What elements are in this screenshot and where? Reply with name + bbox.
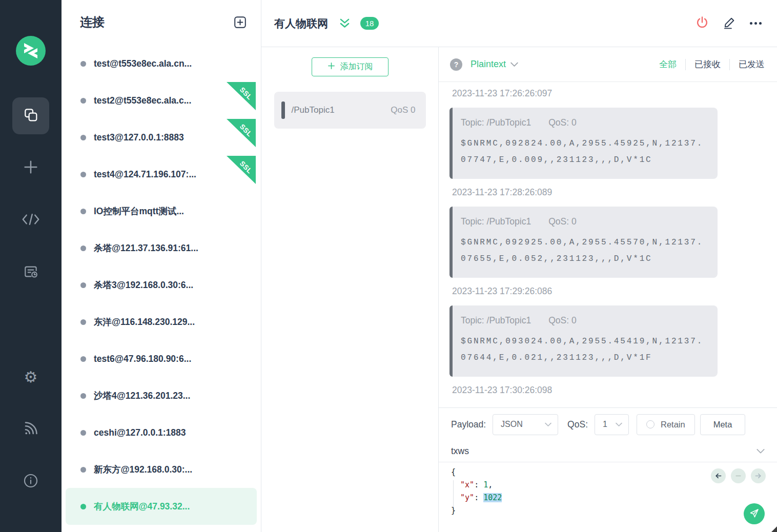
sidebar-connections-button[interactable] <box>12 97 49 134</box>
sidebar-script-button[interactable] <box>12 202 49 239</box>
connections-list[interactable]: test@t553e8ec.ala.cn... test2@t553e8ec.a… <box>62 45 261 532</box>
message-card[interactable]: Topic: /PubTopic1 QoS: 0 $GNRMC,092824.0… <box>449 108 718 179</box>
payload-format-select[interactable]: Plaintext <box>471 59 506 70</box>
message-count-badge: 18 <box>360 17 379 30</box>
sidebar-about-button[interactable] <box>12 463 49 500</box>
message-topic: Topic: /PubTopic1 <box>461 216 531 227</box>
filter-all-tab[interactable]: 全部 <box>650 58 685 70</box>
sidebar-new-connection-button[interactable] <box>12 150 49 187</box>
main-panel: 有人物联网 18 <box>261 0 777 532</box>
ssl-badge-label: SSL <box>238 122 254 138</box>
connection-label: test@t553e8ec.ala.cn... <box>94 58 192 69</box>
connection-item[interactable]: IO控制平台mqtt测试... <box>62 193 261 230</box>
qos-label: QoS: <box>567 419 588 430</box>
publish-topic-value: txws <box>451 446 469 457</box>
filter-received-tab[interactable]: 已接收 <box>686 58 729 70</box>
connection-status-dot <box>80 393 86 399</box>
connections-panel-title: 连接 <box>80 14 105 30</box>
connection-status-dot <box>80 282 86 288</box>
plus-icon <box>327 62 336 72</box>
connection-item[interactable]: test2@t553e8ec.ala.c... SSL <box>62 82 261 119</box>
subscription-item[interactable]: /PubTopic1 QoS 0 <box>274 92 426 129</box>
code-line: "y": 1022 <box>451 492 777 504</box>
mqttx-logo-icon <box>16 36 46 66</box>
connection-status-dot <box>80 209 86 214</box>
payload-type-value: JSON <box>501 420 523 429</box>
ssl-badge: SSL <box>227 156 256 184</box>
history-back-button[interactable] <box>711 468 726 483</box>
message-group: 2023-11-23 17:28:26:089 Topic: /PubTopic… <box>449 187 777 278</box>
connection-item[interactable]: ceshi@127.0.0.1:1883 <box>62 414 261 451</box>
connection-item[interactable]: test6@47.96.180.90:6... <box>62 340 261 377</box>
subscription-qos: QoS 0 <box>391 105 415 115</box>
connection-label: 杀塔3@192.168.0.30:6... <box>94 279 193 291</box>
add-square-icon <box>233 24 248 31</box>
connection-label: test6@47.96.180.90:6... <box>94 354 191 364</box>
connection-item[interactable]: 东洋@116.148.230.129... <box>62 303 261 340</box>
filter-published-tab[interactable]: 已发送 <box>730 58 765 70</box>
connection-item[interactable]: test3@127.0.0.1:8883 SSL <box>62 119 261 156</box>
connection-status-dot <box>80 430 86 436</box>
chevron-down-icon[interactable] <box>510 62 518 67</box>
edit-connection-button[interactable] <box>723 16 737 31</box>
connection-header: 有人物联网 18 <box>261 0 777 47</box>
collapse-panel-icon[interactable] <box>338 17 352 30</box>
send-button[interactable] <box>744 503 765 524</box>
messages-list[interactable]: 2023-11-23 17:26:26:097 Topic: /PubTopic… <box>439 82 777 407</box>
message-card[interactable]: Topic: /PubTopic1 QoS: 0 $GNRMC,093024.0… <box>449 305 718 377</box>
connection-item[interactable]: test4@124.71.196.107:... SSL <box>62 156 261 193</box>
history-clear-button[interactable] <box>731 468 746 483</box>
plus-icon <box>22 158 39 178</box>
connection-item[interactable]: 新东方@192.168.0.30:... <box>62 451 261 488</box>
help-icon[interactable]: ? <box>450 58 462 71</box>
mqttx-app: ⚙ <box>0 0 777 532</box>
connection-label: 东洋@116.148.230.129... <box>94 316 195 328</box>
retain-toggle[interactable]: Retain <box>637 414 695 435</box>
subscription-color-bar <box>281 101 285 119</box>
ellipsis-icon <box>750 22 762 25</box>
sidebar-log-button[interactable] <box>12 254 49 291</box>
message-qos: QoS: 0 <box>548 315 576 326</box>
connection-label: IO控制平台mqtt测试... <box>94 205 184 217</box>
paper-plane-icon <box>749 508 760 520</box>
indent-guide <box>453 480 454 507</box>
sidebar-feed-button[interactable] <box>12 411 49 448</box>
connection-item[interactable]: 杀塔3@192.168.0.30:6... <box>62 267 261 303</box>
publish-panel: Payload: JSON QoS: 1 <box>439 407 777 532</box>
subscriptions-column: 添加订阅 /PubTopic1 QoS 0 <box>261 47 439 532</box>
pencil-icon <box>723 16 737 31</box>
connection-status-dot <box>80 135 86 140</box>
qos-value: 1 <box>603 420 607 429</box>
messages-column: ? Plaintext 全部 已接收 已发送 2023-11-23 17:26:… <box>439 47 777 532</box>
message-card[interactable]: Topic: /PubTopic1 QoS: 0 $GNRMC,092925.0… <box>449 207 718 278</box>
message-payload: $GNRMC,093024.00,A,2955.45419,N,12137.07… <box>461 334 706 366</box>
meta-button[interactable]: Meta <box>700 414 746 435</box>
messages-toolbar: ? Plaintext 全部 已接收 已发送 <box>439 47 777 82</box>
connection-item[interactable]: test@t553e8ec.ala.cn... <box>62 45 261 82</box>
message-timestamp: 2023-11-23 17:28:26:089 <box>452 187 777 198</box>
connection-status-dot <box>80 61 86 67</box>
connection-label: 新东方@192.168.0.30:... <box>94 463 192 476</box>
ssl-badge: SSL <box>227 82 256 110</box>
connection-label: test4@124.71.196.107:... <box>94 169 196 180</box>
connection-item[interactable]: 沙塔4@121.36.201.23... <box>62 377 261 414</box>
qos-select[interactable]: 1 <box>595 414 629 435</box>
new-connection-button[interactable] <box>233 15 248 31</box>
disconnect-button[interactable] <box>695 15 709 31</box>
connection-label: ceshi@127.0.0.1:1883 <box>94 427 186 438</box>
connection-item[interactable]: 有人物联网@47.93.32... <box>66 488 257 525</box>
ssl-badge-label: SSL <box>238 86 254 101</box>
publish-topic-row[interactable]: txws <box>439 441 777 462</box>
ssl-badge: SSL <box>227 119 256 147</box>
chevron-down-icon <box>545 420 551 429</box>
payload-editor[interactable]: { "x": 1, "y": 1022} <box>439 462 777 532</box>
code-line: } <box>451 504 777 517</box>
payload-type-select[interactable]: JSON <box>493 414 558 435</box>
history-forward-button[interactable] <box>751 468 766 483</box>
connection-label: 沙塔4@121.36.201.23... <box>94 390 190 402</box>
more-options-button[interactable] <box>750 22 762 25</box>
gear-icon: ⚙ <box>24 370 38 385</box>
add-subscription-button[interactable]: 添加订阅 <box>312 57 388 76</box>
sidebar-settings-button[interactable]: ⚙ <box>12 359 49 396</box>
connection-item[interactable]: 杀塔@121.37.136.91:61... <box>62 230 261 267</box>
